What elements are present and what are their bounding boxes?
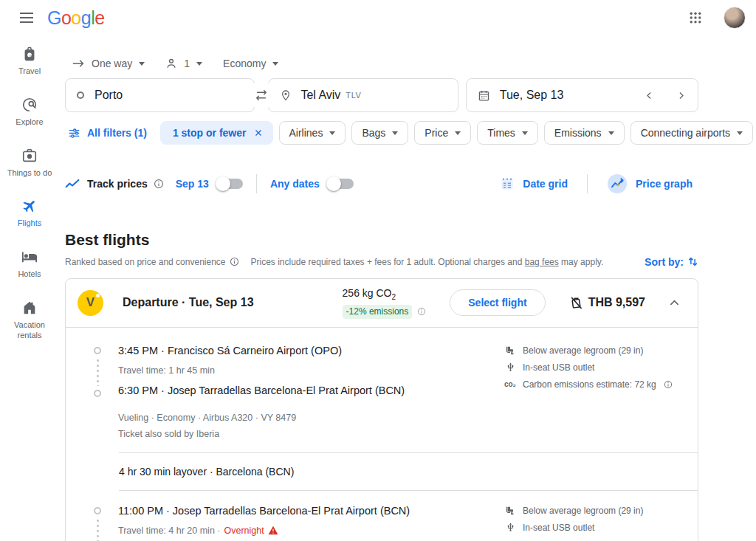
chevron-down-icon [272, 62, 278, 66]
previous-date-button[interactable] [644, 90, 655, 101]
sidebar-item-label: Things to do [7, 168, 52, 179]
track-date-option[interactable]: Sep 13 [176, 178, 209, 190]
usb-icon [504, 362, 516, 372]
swap-airports-button[interactable] [247, 81, 275, 109]
page-title: Best flights [65, 231, 698, 249]
sidebar-item-explore[interactable]: Explore [1, 97, 58, 128]
close-icon[interactable] [253, 128, 264, 138]
bag-fees-link[interactable]: bag fees [525, 257, 559, 267]
collapse-details-button[interactable] [667, 296, 681, 310]
sidebar-item-things-to-do[interactable]: Things to do [1, 148, 58, 179]
emissions-badge: -12% emissions [343, 305, 413, 319]
chevron-down-icon [139, 62, 145, 66]
sidebar-item-label: Flights [18, 218, 41, 229]
calendar-icon [478, 89, 490, 102]
chip-times[interactable]: Times [477, 121, 538, 145]
sidebar-item-hotels[interactable]: Hotels [1, 249, 58, 280]
travel-time: Travel time: 4 hr 20 min · Overnight [118, 526, 410, 536]
departure-row: 3:45 PM · Francisco Sá Carneiro Airport … [118, 344, 405, 358]
warning-icon [268, 526, 278, 535]
amenity-label: In-seat USB outlet [523, 523, 594, 533]
chip-price[interactable]: Price [414, 121, 471, 145]
trip-type-select[interactable]: One way [72, 58, 145, 69]
chip-emissions[interactable]: Emissions [544, 121, 625, 145]
legroom-icon [504, 506, 516, 516]
google-apps-button[interactable] [682, 4, 709, 31]
info-icon[interactable] [417, 307, 426, 316]
apps-grid-icon [690, 12, 701, 24]
google-logo[interactable]: Google [47, 9, 105, 27]
flight-card-header[interactable]: V Departure · Tue, Sep 13 256 kg CO2 -12… [66, 279, 698, 327]
destination-field[interactable]: Tel Aviv TLV [268, 78, 458, 112]
next-date-button[interactable] [676, 90, 687, 101]
topbar-right [682, 4, 746, 31]
date-grid-button[interactable]: Date grid [494, 173, 574, 194]
location-pin-icon [280, 89, 292, 101]
results-subtitle-row: Ranked based on price and convenience Pr… [65, 255, 698, 268]
filter-sliders-icon [68, 127, 80, 139]
bed-icon [21, 249, 38, 265]
track-date-toggle[interactable] [218, 179, 243, 189]
price-trend-icon [65, 178, 80, 190]
chip-label: Airlines [289, 127, 323, 139]
chip-connecting-airports[interactable]: Connecting airports [630, 121, 753, 145]
select-flight-button[interactable]: Select flight [450, 289, 545, 316]
segment-1: 3:45 PM · Francisco Sá Carneiro Airport … [66, 328, 698, 491]
arrival-row: 6:30 PM · Josep Tarradellas Barcelona-El… [118, 384, 405, 398]
amenities-list: Below average legroom (29 in) In-seat US… [504, 344, 690, 439]
passengers-count: 1 [184, 58, 190, 69]
all-filters-button[interactable]: All filters (1) [65, 127, 154, 139]
sort-by-button[interactable]: Sort by: [645, 255, 698, 268]
price-graph-icon [607, 173, 628, 194]
origin-field[interactable]: Porto [65, 78, 255, 112]
sidebar: Travel Explore Things to do Flights Hote… [0, 35, 59, 340]
fees-note: Prices include required taxes + fees for… [251, 257, 604, 267]
one-way-arrow-icon [72, 58, 85, 69]
ranked-note: Ranked based on price and convenience [65, 257, 226, 267]
sidebar-item-flights[interactable]: Flights [1, 198, 58, 229]
info-icon[interactable] [664, 380, 673, 389]
sidebar-item-vacation-rentals[interactable]: Vacation rentals [1, 300, 58, 341]
ticket-note: Ticket also sold by Iberia [118, 429, 504, 439]
segment-2: 11:00 PM · Josep Tarradellas Barcelona-E… [66, 491, 698, 541]
timeline [93, 344, 102, 398]
date-field[interactable]: Tue, Sep 13 [466, 78, 698, 112]
person-icon [165, 58, 177, 69]
chip-one-stop-or-fewer[interactable]: 1 stop or fewer [160, 121, 273, 145]
legroom-icon [504, 345, 516, 356]
divider [587, 174, 588, 193]
luggage-icon [21, 46, 38, 62]
filter-chips-row: All filters (1) 1 stop or fewer Airlines… [65, 120, 756, 145]
toggle-knob [216, 176, 230, 191]
cabin-class-select[interactable]: Economy [223, 58, 278, 69]
info-icon[interactable] [154, 179, 164, 189]
price-graph-button[interactable]: Price graph [601, 170, 698, 197]
emissions-badge-row: -12% emissions [343, 305, 427, 319]
co2-value: 256 kg CO2 [343, 287, 396, 301]
destination-iata-code: TLV [346, 91, 361, 100]
departure-dot-icon [94, 347, 101, 354]
usb-amenity: In-seat USB outlet [504, 523, 690, 533]
no-carry-on-bag-icon [569, 296, 583, 310]
chevron-down-icon [196, 62, 202, 66]
hamburger-menu-button[interactable] [12, 3, 41, 32]
departure-dot-icon [94, 507, 101, 514]
swap-arrows-icon [254, 88, 269, 103]
any-dates-option[interactable]: Any dates [270, 178, 320, 190]
trip-controls: One way 1 Economy [72, 58, 698, 69]
chip-airlines[interactable]: Airlines [279, 121, 346, 145]
chip-bags[interactable]: Bags [351, 121, 408, 145]
any-dates-toggle[interactable] [329, 179, 354, 189]
info-icon[interactable] [230, 257, 239, 266]
account-avatar[interactable] [724, 7, 746, 29]
passengers-select[interactable]: 1 [165, 58, 202, 69]
sidebar-item-travel[interactable]: Travel [1, 46, 58, 77]
chevron-down-icon [455, 131, 461, 135]
timeline [93, 504, 102, 541]
top-bar: Google [0, 0, 756, 35]
amenity-label: Carbon emissions estimate: 72 kg [523, 379, 656, 390]
emissions-summary: 256 kg CO2 -12% emissions [343, 287, 427, 319]
airline-logo: V [78, 290, 103, 316]
view-tools-group: Date grid Price graph [494, 170, 698, 197]
price-group: THB 9,597 [569, 296, 645, 310]
